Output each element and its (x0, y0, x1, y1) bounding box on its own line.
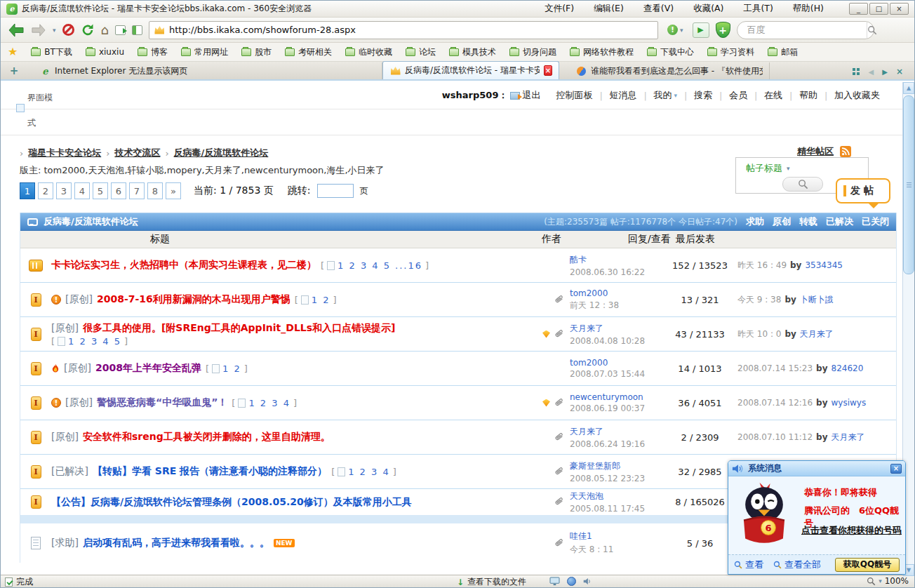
page-button[interactable]: 8 (147, 182, 163, 199)
lastpost-user-link[interactable]: wysiwys (831, 398, 867, 408)
page-button[interactable]: 6 (111, 182, 126, 199)
bookmark-item[interactable]: 模具技术 (449, 46, 496, 58)
browser-tab[interactable]: e 谁能帮我看看到底这是怎么回事 - 『软件使用交... (559, 62, 770, 79)
page-button[interactable]: 2 (38, 182, 53, 199)
back-button[interactable] (8, 22, 25, 38)
table-row[interactable]: I [原创] 很多工具的使用。[附SREng工具的AppInit_DLLs和入口… (20, 317, 896, 352)
menu-item[interactable]: 工具(T) (743, 3, 773, 15)
bookmark-item[interactable]: 常用网址 (181, 46, 228, 58)
thread-author-link[interactable]: tom2000 (570, 288, 667, 298)
thread-author-link[interactable]: 酷卡 (570, 254, 667, 266)
thread-title-link[interactable]: 警惕恶意病毒“中华吸血鬼”！ (97, 396, 227, 409)
lastpost-user-link[interactable]: 3534345 (805, 260, 842, 270)
favorites-star-icon[interactable]: ★ (8, 46, 18, 58)
search-submit-button[interactable] (867, 22, 877, 38)
bookmark-item[interactable]: 论坛 (406, 46, 436, 58)
get-qq-number-button[interactable]: 获取QQ靓号 (835, 558, 900, 572)
thread-pagination[interactable]: 1 2 3 4 5 ...16 (321, 260, 429, 271)
bookmark-item[interactable]: 临时收藏 (345, 46, 392, 58)
bookmark-item[interactable]: xiuxiu (86, 47, 124, 57)
lastpost-user-link[interactable]: 卜断卜誐 (800, 294, 834, 306)
thread-title-link[interactable]: 启动项有乱码，高手进来帮我看看啦。。。 (83, 537, 269, 549)
thread-title-link[interactable]: 2008年上半年安全乱弹 (95, 362, 201, 375)
bookmark-item[interactable]: 下载中心 (647, 46, 694, 58)
menu-item[interactable]: 文件(F) (545, 3, 574, 15)
home-button[interactable]: ⌂ (101, 24, 109, 36)
go-button[interactable]: ▶ (693, 22, 709, 38)
interface-mode-label[interactable]: 界面模式 (27, 85, 57, 135)
menu-item[interactable]: 编辑(E) (594, 3, 624, 15)
thread-pagination[interactable]: 1 2 3 4 5 (51, 336, 128, 347)
filter-link[interactable]: 原创 (773, 215, 791, 228)
popup-close-icon[interactable]: × (890, 464, 902, 474)
search-input[interactable] (747, 25, 867, 35)
bookmark-item[interactable]: 博客 (138, 46, 168, 58)
history-dropdown-icon[interactable]: ▾ (53, 27, 56, 34)
page-button[interactable]: » (166, 182, 181, 199)
user-nav-item[interactable]: 搜索 (686, 89, 721, 102)
breadcrumb-link[interactable]: 反病毒/反流氓软件论坛 (174, 147, 269, 159)
table-row[interactable]: I [原创] 2008年上半年安全乱弹 1 2 (20, 352, 896, 386)
logout-link[interactable]: 退出 (510, 89, 540, 102)
thread-author-link[interactable]: 天天泡泡 (570, 490, 667, 502)
menu-item[interactable]: 帮助(H) (793, 3, 824, 15)
view-link[interactable]: 查看 (734, 559, 763, 571)
forward-button[interactable] (31, 23, 46, 37)
minimize-button[interactable]: _ (849, 3, 868, 15)
jump-page-input[interactable] (317, 184, 354, 198)
scroll-tabs-right-icon[interactable]: ▶ (882, 68, 888, 76)
globe-icon[interactable] (567, 577, 576, 586)
thread-title-link[interactable]: 很多工具的使用。[附SREng工具的AppInit_DLLs和入口点错误提示] (83, 322, 396, 335)
page-safety-button[interactable]: ! ▾ (664, 23, 686, 36)
view-all-link[interactable]: 查看全部 (773, 559, 821, 571)
user-nav-item[interactable]: 帮助 (791, 89, 826, 102)
browser-tab[interactable]: e 反病毒/反流氓软件论坛 - 瑞星卡卡安全论坛... × (382, 61, 559, 79)
bookmark-item[interactable]: 股市 (241, 46, 272, 58)
filter-link[interactable]: 转载 (799, 215, 817, 228)
bookmark-item[interactable]: 学习资料 (707, 46, 754, 58)
close-button[interactable]: × (890, 3, 909, 15)
menu-item[interactable]: 收藏(A) (693, 3, 723, 15)
rss-icon[interactable] (840, 146, 851, 157)
thread-pagination[interactable]: 1 2 3 4 (232, 398, 297, 408)
close-tab-icon[interactable]: × (896, 67, 903, 76)
restore-page-button[interactable] (115, 25, 126, 35)
tab-overview-icon[interactable] (853, 68, 860, 76)
thread-title-link[interactable]: 安全软件和sreng工具被关闭并删除的，这里自助清理。 (83, 431, 330, 443)
scroll-up-icon[interactable]: ▲ (903, 82, 914, 94)
user-nav-item[interactable]: 在线 (756, 89, 791, 102)
page-button[interactable]: 5 (93, 182, 108, 199)
page-button[interactable]: 7 (129, 182, 145, 199)
refresh-button[interactable] (81, 23, 95, 37)
bookmark-item[interactable]: 切身问题 (509, 46, 556, 58)
popup-body[interactable]: 6 恭喜你！即将获得 腾讯公司的 6位QQ靓号 点击查看你想获得的号码 (728, 476, 905, 554)
user-nav-item[interactable]: 短消息 (601, 89, 645, 102)
filter-link[interactable]: 求助 (746, 215, 764, 228)
table-row[interactable]: I 卡卡论坛实习生，火热招聘中（本周实习生课程表，见二楼） (20, 248, 896, 283)
thread-author-link[interactable]: tom2000 (570, 358, 667, 368)
filter-link[interactable]: 已关闭 (862, 215, 889, 228)
zoom-dropdown-icon[interactable]: ▾ (879, 577, 882, 584)
essence-posts-link[interactable]: 精华帖区 (797, 145, 834, 158)
thread-title-link[interactable]: 2008-7-16利用新漏洞的木马出现用户警惕 (97, 293, 290, 306)
maximize-button[interactable]: □ (869, 3, 888, 15)
speaker-icon[interactable] (583, 577, 592, 585)
board-title[interactable]: 反病毒/反流氓软件论坛 (44, 215, 138, 228)
lastpost-user-link[interactable]: 天月来了 (831, 432, 865, 443)
thread-title-link[interactable]: 【转贴】学看 SRE 报告（请注意看小聪的注释部分） (93, 465, 327, 478)
thread-author-link[interactable]: newcenturymoon (570, 392, 667, 402)
sidebar-toggle-button[interactable] (132, 25, 142, 35)
thread-title-link[interactable]: 卡卡论坛实习生，火热招聘中（本周实习生课程表，见二楼） (51, 259, 316, 272)
page-button[interactable]: 3 (56, 182, 72, 199)
user-nav-item[interactable]: 我的 ▾ (645, 89, 686, 102)
table-row[interactable]: I ! [原创] 警惕恶意病毒“中华吸血鬼”！ 1 (20, 386, 896, 420)
bookmark-item[interactable]: BT下载 (31, 46, 72, 58)
monitor-icon[interactable] (549, 577, 560, 586)
thread-author-link[interactable]: 豪斯登堡新郎 (570, 460, 667, 472)
zoom-icon[interactable] (867, 577, 876, 586)
thread-author-link[interactable]: 哇佳1 (570, 530, 667, 542)
browser-tab[interactable]: e Internet Explorer 无法显示该网页 (23, 62, 382, 79)
tab-close-icon[interactable]: × (544, 65, 552, 76)
new-post-button[interactable]: 发 帖 (836, 178, 890, 203)
menu-item[interactable]: 查看(V) (643, 3, 674, 15)
